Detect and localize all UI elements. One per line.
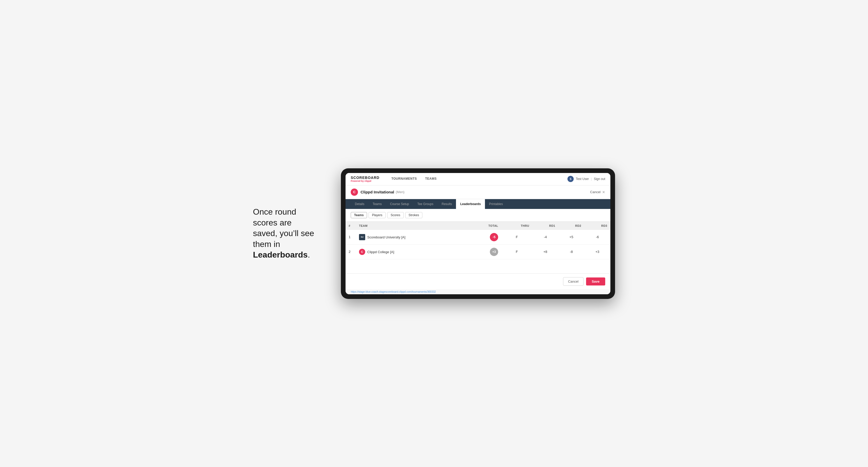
cell-rd2: +5 <box>558 230 585 245</box>
tablet-device: SCOREBOARD Powered by clippd TOURNAMENTS… <box>341 168 615 299</box>
cell-rd3: +3 <box>584 244 610 259</box>
filter-bar: Teams Players Scores Strokes <box>345 209 610 222</box>
team-logo: SU <box>359 234 365 240</box>
col-rd2: RD2 <box>558 222 585 230</box>
col-rd3: RD3 <box>584 222 610 230</box>
desc-period: . <box>308 250 310 259</box>
cancel-x-icon: ✕ <box>602 190 605 194</box>
nav-right: S Test User | Sign out <box>567 176 605 182</box>
cell-team: SUScoreboard University [A] <box>356 230 467 245</box>
leaderboard-table-wrapper: # TEAM TOTAL THRU RD1 RD2 RD3 1SUScorebo… <box>345 222 610 273</box>
tournament-subtitle: (Men) <box>396 190 404 194</box>
col-thru: THRU <box>501 222 532 230</box>
filter-teams[interactable]: Teams <box>351 212 367 218</box>
cell-thru: F <box>501 244 532 259</box>
user-avatar: S <box>567 176 574 182</box>
status-bar: https://stage-blue-coach.stagescoreboard… <box>345 289 610 294</box>
score-badge: -5 <box>490 233 498 241</box>
cell-thru: F <box>501 230 532 245</box>
pipe-separator: | <box>591 177 592 181</box>
logo-area: SCOREBOARD Powered by clippd <box>351 176 379 182</box>
footer-save-button[interactable]: Save <box>586 277 605 285</box>
filter-players[interactable]: Players <box>369 212 385 218</box>
cell-rank: 2 <box>345 244 356 259</box>
col-total: TOTAL <box>467 222 501 230</box>
cell-total: -5 <box>467 230 501 245</box>
table-row: 2CClippd College [A]+3F+8-8+3 <box>345 244 610 259</box>
cell-rd3: -6 <box>584 230 610 245</box>
desc-line2: scores are <box>253 218 291 227</box>
modal-footer: Cancel Save <box>345 273 610 289</box>
sub-nav: Details Teams Course Setup Tee Groups Re… <box>345 199 610 209</box>
tab-leaderboards[interactable]: Leaderboards <box>456 199 485 209</box>
tab-details[interactable]: Details <box>351 199 369 209</box>
desc-line5-bold: Leaderboards <box>253 250 308 259</box>
logo-sub: Powered by clippd <box>351 180 379 182</box>
table-row: 1SUScoreboard University [A]-5F-4+5-6 <box>345 230 610 245</box>
nav-tournaments[interactable]: TOURNAMENTS <box>387 173 421 185</box>
desc-line1: Once round <box>253 207 296 216</box>
team-logo: C <box>359 249 365 255</box>
table-header-row: # TEAM TOTAL THRU RD1 RD2 RD3 <box>345 222 610 230</box>
tournament-cancel-btn[interactable]: Cancel ✕ <box>590 190 605 194</box>
cell-rank: 1 <box>345 230 356 245</box>
left-description: Once round scores are saved, you’ll see … <box>253 207 326 260</box>
cell-rd2: -8 <box>558 244 585 259</box>
sign-out-link[interactable]: Sign out <box>594 177 605 181</box>
team-name: Clippd College [A] <box>367 250 394 254</box>
leaderboard-table: # TEAM TOTAL THRU RD1 RD2 RD3 1SUScorebo… <box>345 222 610 259</box>
user-name: Test User <box>576 177 589 181</box>
tab-teams[interactable]: Teams <box>369 199 386 209</box>
cell-rd1: -4 <box>532 230 558 245</box>
col-rank: # <box>345 222 356 230</box>
cell-team: CClippd College [A] <box>356 244 467 259</box>
nav-teams[interactable]: TEAMS <box>421 173 441 185</box>
tab-results[interactable]: Results <box>437 199 456 209</box>
tablet-screen: SCOREBOARD Powered by clippd TOURNAMENTS… <box>345 173 610 294</box>
desc-line4: them in <box>253 240 280 249</box>
score-badge: +3 <box>490 248 498 256</box>
logo-text: SCOREBOARD <box>351 176 379 180</box>
cell-total: +3 <box>467 244 501 259</box>
tournament-icon: C <box>351 188 358 196</box>
filter-scores[interactable]: Scores <box>387 212 403 218</box>
status-url: https://stage-blue-coach.stagescoreboard… <box>351 290 436 293</box>
col-rd1: RD1 <box>532 222 558 230</box>
col-team: TEAM <box>356 222 467 230</box>
tournament-header: C Clippd Invitational (Men) Cancel ✕ <box>345 185 610 199</box>
tab-course-setup[interactable]: Course Setup <box>386 199 413 209</box>
top-nav: SCOREBOARD Powered by clippd TOURNAMENTS… <box>345 173 610 185</box>
footer-cancel-button[interactable]: Cancel <box>563 277 583 286</box>
desc-line3: saved, you’ll see <box>253 228 314 238</box>
team-name: Scoreboard University [A] <box>367 235 405 239</box>
nav-links: TOURNAMENTS TEAMS <box>387 173 441 185</box>
tab-tee-groups[interactable]: Tee Groups <box>413 199 437 209</box>
tab-printables[interactable]: Printables <box>485 199 507 209</box>
filter-strokes[interactable]: Strokes <box>405 212 423 218</box>
tournament-title: Clippd Invitational <box>361 190 394 194</box>
cell-rd1: +8 <box>532 244 558 259</box>
